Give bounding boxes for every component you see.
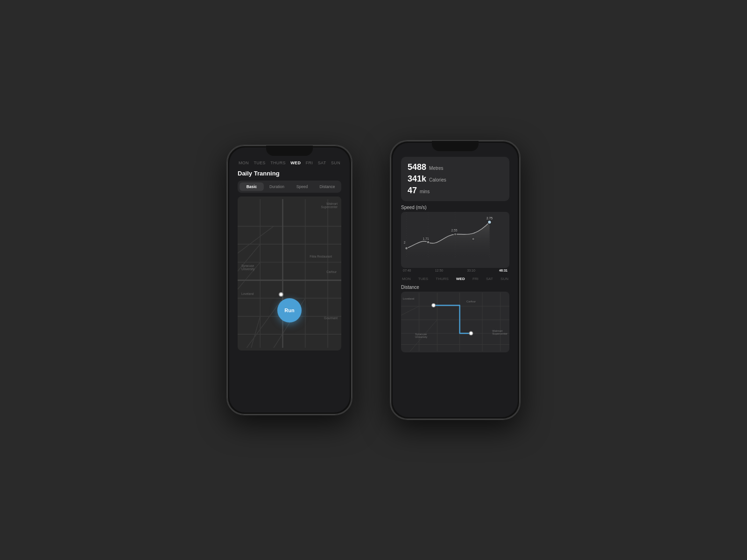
- rday-sat[interactable]: SAT: [486, 277, 493, 281]
- screen-right: 5488 Metres 341k Calories 47 mins Speed …: [393, 143, 518, 417]
- scene: MON TUES THURS WED FRI SAT SUN Daily Tra…: [226, 140, 521, 420]
- day-thurs[interactable]: THURS: [270, 161, 286, 165]
- day-sat[interactable]: SAT: [318, 161, 326, 165]
- distance-map: Loveland Carfour SyracuseUniversity Walm…: [401, 292, 509, 352]
- rday-tues[interactable]: TUES: [418, 277, 428, 281]
- label-filea: Filéa Restaurant: [310, 255, 332, 258]
- time-1250: 12:50: [435, 269, 444, 272]
- dlabel-carfour: Carfour: [466, 300, 476, 303]
- section-title: Daily Tranning: [238, 170, 341, 177]
- dlabel-walmart: WalmartSupercenter: [492, 329, 507, 335]
- day-nav-right: MON TUES THURS WED FRI SAT SUN: [401, 277, 509, 281]
- label-gourmant: Gourmant: [324, 316, 338, 320]
- stat-calories-unit: Calories: [429, 177, 446, 182]
- svg-point-24: [427, 241, 430, 244]
- svg-text:1.71: 1.71: [423, 237, 429, 240]
- svg-text:2: 2: [404, 241, 406, 244]
- chart-title: Speed (m/s): [401, 205, 509, 210]
- time-labels: 07:40 12:50 33:10 46:31: [401, 268, 509, 273]
- location-dot: [279, 292, 283, 297]
- chart-container: 2 1.71 2.55 2.75: [401, 212, 509, 268]
- tab-distance[interactable]: Distance: [315, 182, 339, 191]
- day-mon[interactable]: MON: [239, 161, 249, 165]
- distance-title: Distance: [401, 285, 509, 290]
- distance-section: Distance: [401, 285, 509, 352]
- phone-left: MON TUES THURS WED FRI SAT SUN Daily Tra…: [226, 145, 352, 415]
- rday-sun[interactable]: SUN: [500, 277, 508, 281]
- stats-box: 5488 Metres 341k Calories 47 mins: [401, 157, 509, 201]
- svg-point-26: [472, 238, 475, 240]
- time-0740: 07:40: [403, 269, 411, 272]
- svg-text:2.75: 2.75: [486, 217, 493, 220]
- svg-point-25: [454, 233, 457, 236]
- chart-section: Speed (m/s): [401, 205, 509, 273]
- rday-wed[interactable]: WED: [456, 277, 465, 281]
- run-button[interactable]: Run: [277, 298, 302, 322]
- stat-calories-value: 341k: [408, 174, 426, 184]
- screen-left: MON TUES THURS WED FRI SAT SUN Daily Tra…: [229, 147, 350, 413]
- tab-duration[interactable]: Duration: [265, 182, 289, 191]
- svg-line-13: [247, 298, 282, 348]
- svg-point-44: [469, 331, 473, 335]
- label-carfour: Carfour: [326, 270, 337, 273]
- time-4631: 46:31: [499, 269, 507, 272]
- day-wed[interactable]: WED: [290, 161, 301, 165]
- stat-metres-row: 5488 Metres: [408, 162, 503, 172]
- tab-speed[interactable]: Speed: [290, 182, 314, 191]
- dlabel-syracuse: SyracuseUniversity: [415, 333, 427, 338]
- stat-metres-value: 5488: [408, 162, 426, 172]
- svg-point-43: [432, 303, 436, 307]
- tab-basic[interactable]: Basic: [240, 182, 264, 191]
- stat-mins-value: 47: [408, 186, 417, 196]
- day-tues[interactable]: TUES: [254, 161, 265, 165]
- map-area-left: WalmartSupercenter Filéa Restaurant Carf…: [238, 196, 341, 350]
- svg-point-27: [488, 220, 492, 224]
- day-fri[interactable]: FRI: [306, 161, 313, 165]
- dlabel-loveland: Loveland: [403, 297, 414, 300]
- day-nav-left: MON TUES THURS WED FRI SAT SUN: [238, 161, 341, 165]
- phone-right: 5488 Metres 341k Calories 47 mins Speed …: [390, 140, 521, 420]
- notch-right: [432, 141, 479, 151]
- rday-mon[interactable]: MON: [402, 277, 411, 281]
- svg-point-23: [405, 247, 408, 250]
- stat-metres-unit: Metres: [429, 166, 444, 171]
- rday-fri[interactable]: FRI: [472, 277, 479, 281]
- rday-thurs[interactable]: THURS: [436, 277, 449, 281]
- stat-mins-row: 47 mins: [408, 186, 503, 196]
- label-walmart: WalmartSupercenter: [321, 202, 338, 209]
- day-sun[interactable]: SUN: [331, 161, 340, 165]
- svg-line-15: [251, 316, 260, 348]
- notch-left: [266, 146, 313, 156]
- stat-mins-unit: mins: [420, 189, 430, 194]
- label-loveland: Loveland: [241, 292, 254, 295]
- svg-text:2.55: 2.55: [451, 229, 457, 232]
- time-3310: 33:10: [467, 269, 475, 272]
- label-syracuse: SyracuseUniversity: [241, 264, 255, 271]
- stat-calories-row: 341k Calories: [408, 174, 503, 184]
- svg-line-41: [401, 306, 419, 315]
- tab-bar: Basic Duration Speed Distance: [238, 181, 341, 193]
